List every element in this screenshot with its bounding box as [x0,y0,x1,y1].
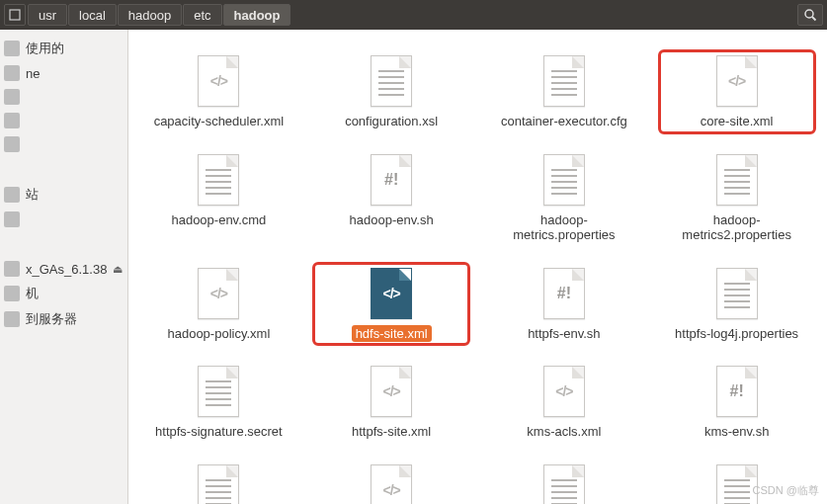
file-label: kms-acls.xml [523,423,605,441]
sidebar-item[interactable]: 机 [0,281,127,306]
place-icon [4,187,20,203]
place-icon [4,286,20,301]
location-toolbar: usrlocalhadoopetchadoop [0,0,827,30]
file-item[interactable]: hadoop-metrics2.properties [658,148,816,248]
breadcrumb-segment[interactable]: hadoop [223,4,291,26]
text-file-icon [716,154,758,206]
sidebar-item[interactable]: 使用的 [0,36,127,61]
file-label: httpfs-signature.secret [151,423,287,441]
file-item[interactable]: #!kms-env.sh [658,360,816,445]
sidebar-item[interactable] [0,208,127,231]
text-file-icon [198,154,239,206]
file-label: hadoop-env.sh [346,211,438,229]
file-label: hadoop-metrics.properties [493,211,635,244]
text-file-icon [543,55,585,107]
breadcrumb-segment[interactable]: local [68,4,117,26]
sidebar-item[interactable] [0,132,127,156]
place-icon [4,89,20,105]
sidebar-item[interactable] [0,109,127,132]
file-label: configuration.xsl [341,113,442,130]
file-item[interactable]: </>hadoop-policy.xml [139,262,297,347]
sidebar-item-label: 站 [26,186,39,204]
file-pane[interactable]: </>capacity-scheduler.xmlconfiguration.x… [128,30,827,504]
file-item[interactable]: </>hdfs-site.xml [312,262,470,347]
sidebar-item[interactable] [0,85,127,109]
place-icon [4,211,20,227]
script-file-icon: #! [543,268,585,319]
xml-file-icon: </> [716,55,758,107]
xml-file-icon: </> [543,366,585,417]
sidebar: 使用的ne站x_GAs_6.1.38⏏机到服务器 [0,30,128,504]
file-item[interactable]: configuration.xsl [312,49,470,134]
xml-file-icon: </> [371,464,412,504]
file-label: capacity-scheduler.xml [150,113,289,130]
place-icon [4,113,20,128]
file-label: hadoop-policy.xml [163,325,274,343]
xml-file-icon: </> [198,268,239,319]
place-icon [4,65,20,81]
text-file-icon [198,464,239,504]
xml-file-icon: </> [371,366,412,417]
search-button[interactable] [797,4,823,26]
file-item[interactable]: #!hadoop-env.sh [312,148,470,248]
eject-icon[interactable]: ⏏ [113,263,123,276]
breadcrumb: usrlocalhadoopetchadoop [28,4,795,26]
file-label: hadoop-metrics2.properties [666,211,808,244]
place-icon [4,136,20,152]
sidebar-item-label: 机 [26,285,39,302]
file-label: hadoop-env.cmd [167,211,270,229]
file-item[interactable]: </>core-site.xml [658,49,816,134]
breadcrumb-segment[interactable]: etc [183,4,221,26]
text-file-icon [543,464,585,504]
xml-file-icon: </> [198,55,239,107]
place-icon [4,261,20,277]
svg-line-2 [812,17,816,21]
script-file-icon: #! [716,366,758,417]
file-item[interactable]: hadoop-metrics.properties [485,148,643,248]
file-label: httpfs-log4j.properties [671,325,802,343]
search-icon [803,8,817,22]
file-item[interactable]: kms-log4j.properties [139,459,297,504]
file-label: httpfs-env.sh [524,325,604,343]
watermark: CSDN @临尊 [753,483,819,498]
file-label: hdfs-site.xml [352,325,432,343]
sidebar-item[interactable]: x_GAs_6.1.38⏏ [0,257,127,281]
file-item[interactable]: httpfs-signature.secret [139,360,297,445]
file-label: kms-env.sh [701,423,774,441]
file-label: core-site.xml [697,113,778,130]
sidebar-item[interactable]: 到服务器 [0,306,127,332]
sidebar-item[interactable]: ne [0,61,127,85]
place-icon [4,41,20,56]
path-edit-button[interactable] [4,4,26,26]
file-item[interactable]: </>capacity-scheduler.xml [139,49,297,134]
file-item[interactable]: </>kms-acls.xml [485,360,643,445]
breadcrumb-segment[interactable]: usr [28,4,67,26]
file-item[interactable]: </>kms-site.xml [312,459,470,504]
file-item[interactable]: log4j.properties [485,459,643,504]
text-file-icon [716,268,758,319]
sidebar-item-label: ne [26,66,40,81]
svg-point-1 [805,10,813,18]
file-label: container-executor.cfg [497,113,631,130]
sidebar-item[interactable]: 站 [0,182,127,208]
text-file-icon [371,55,412,107]
sidebar-item-label: x_GAs_6.1.38 [26,262,107,277]
text-file-icon [543,154,585,206]
script-file-icon: #! [371,154,412,206]
text-file-icon [198,366,239,417]
file-label: httpfs-site.xml [348,423,435,441]
file-item[interactable]: hadoop-env.cmd [139,148,297,248]
sidebar-item-label: 到服务器 [26,310,77,328]
place-icon [4,311,20,327]
file-item[interactable]: httpfs-log4j.properties [658,262,816,347]
xml-file-icon: </> [371,268,412,319]
file-item[interactable]: container-executor.cfg [485,49,643,134]
text-file-icon [716,464,758,504]
svg-rect-0 [10,10,20,20]
breadcrumb-segment[interactable]: hadoop [118,4,182,26]
file-item[interactable]: #!httpfs-env.sh [485,262,643,347]
sidebar-item-label: 使用的 [26,40,64,57]
file-item[interactable]: </>httpfs-site.xml [312,360,470,445]
